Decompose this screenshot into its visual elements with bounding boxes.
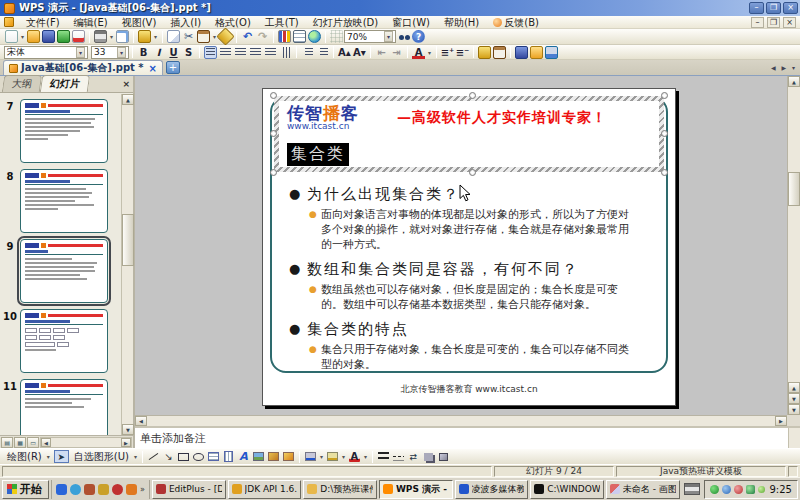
- fill-color-icon[interactable]: [304, 450, 317, 463]
- slideshow-view-icon[interactable]: ▭: [27, 437, 39, 448]
- tray-icon-red[interactable]: [734, 485, 743, 494]
- menu-feedback[interactable]: 反馈(B): [486, 16, 546, 29]
- menu-tools[interactable]: 工具(T): [258, 16, 306, 29]
- save-icon[interactable]: [42, 30, 55, 43]
- scroll-thumb[interactable]: [122, 214, 134, 266]
- task-button-lingbo[interactable]: 凌波多媒体教学...: [455, 480, 529, 499]
- canvas-vscrollbar[interactable]: ▲ ▲ ▼ ▼: [787, 76, 800, 415]
- resize-handle[interactable]: [270, 169, 277, 176]
- format-painter-icon[interactable]: [138, 30, 151, 43]
- slide-title-selected[interactable]: 集合类: [287, 143, 349, 166]
- align-left-button[interactable]: [204, 46, 217, 59]
- slide[interactable]: 传智播客 www.itcast.cn —高级软件人才实作培训专家！ 集合类: [262, 88, 676, 406]
- task-button-folder[interactable]: D:\预热班课件\J...: [303, 480, 377, 499]
- resize-handle[interactable]: [469, 92, 476, 99]
- tab-outline[interactable]: 大纲: [2, 75, 42, 92]
- text-shadow-button[interactable]: S: [182, 46, 195, 59]
- slide-thumbnail[interactable]: [20, 309, 108, 373]
- print-dropdown-icon[interactable]: ▾: [108, 30, 115, 43]
- resize-handle[interactable]: [469, 169, 476, 176]
- scroll-left-icon[interactable]: ◀: [135, 416, 147, 426]
- align-center-button[interactable]: [219, 46, 232, 59]
- task-button-editplus[interactable]: EditPlus - [D:\jav...: [152, 480, 226, 499]
- decrease-font-icon[interactable]: A▾: [353, 46, 366, 59]
- print-preview-icon[interactable]: [116, 30, 129, 43]
- line-spacing-increase-icon[interactable]: ≡⁺: [441, 46, 454, 59]
- task-button-paint[interactable]: 未命名 - 画图: [606, 480, 680, 499]
- text-direction-icon[interactable]: [279, 46, 292, 59]
- paste-icon[interactable]: [197, 30, 210, 43]
- scroll-up-icon[interactable]: ▲: [788, 76, 800, 87]
- notes-scrollbar[interactable]: [788, 428, 800, 448]
- help-icon[interactable]: ?: [412, 30, 425, 43]
- background-fill-icon[interactable]: [545, 46, 558, 59]
- threed-style-icon[interactable]: [437, 450, 450, 463]
- slide-thumbnail-selected[interactable]: [20, 239, 108, 303]
- sidebar-hscrollbar[interactable]: ◀▶: [40, 437, 132, 448]
- slide-template-icon[interactable]: [530, 46, 543, 59]
- redo-icon[interactable]: ↷: [256, 30, 269, 43]
- new-tab-button[interactable]: +: [166, 61, 180, 74]
- select-arrow-button[interactable]: ➤: [54, 450, 69, 463]
- slide-layout-icon[interactable]: [515, 46, 528, 59]
- new-document-icon[interactable]: [5, 30, 18, 43]
- decrease-indent-icon[interactable]: ⇤: [375, 46, 388, 59]
- underline-button[interactable]: U: [167, 46, 180, 59]
- align-right-button[interactable]: [234, 46, 247, 59]
- scroll-down-icon[interactable]: ▼: [122, 424, 134, 435]
- quicklaunch-icon[interactable]: [84, 484, 95, 495]
- scroll-thumb[interactable]: [788, 172, 800, 206]
- panel-close-icon[interactable]: ×: [122, 79, 130, 89]
- insert-table-icon[interactable]: [293, 30, 306, 43]
- quicklaunch-icon[interactable]: [56, 484, 67, 495]
- notes-pane[interactable]: 单击添加备注: [135, 426, 800, 448]
- line-spacing-decrease-icon[interactable]: ≡⁻: [456, 46, 469, 59]
- bold-button[interactable]: B: [137, 46, 150, 59]
- menu-window[interactable]: 窗口(W): [385, 16, 437, 29]
- resize-handle[interactable]: [661, 92, 668, 99]
- normal-view-icon[interactable]: ▤: [1, 437, 13, 448]
- menu-slideshow[interactable]: 幻灯片放映(D): [306, 16, 386, 29]
- menu-help[interactable]: 帮助(H): [437, 16, 486, 29]
- menu-format[interactable]: 格式(O): [208, 16, 258, 29]
- print-icon[interactable]: [94, 30, 107, 43]
- document-tab[interactable]: Java基础[06-集合].ppt * ×: [3, 60, 163, 75]
- tray-icon-blue[interactable]: [722, 485, 731, 494]
- zoom-combobox[interactable]: 70%▾: [344, 30, 396, 43]
- printer-icon[interactable]: [684, 483, 700, 495]
- shadow-style-icon[interactable]: [422, 450, 435, 463]
- draw-menu-button[interactable]: 绘图(R): [4, 450, 45, 464]
- rectangle-tool-icon[interactable]: [177, 450, 190, 463]
- window-minimize-button[interactable]: –: [749, 2, 764, 14]
- doc-restore-button[interactable]: ❐: [767, 17, 780, 28]
- justify-button[interactable]: [249, 46, 262, 59]
- line-style-icon[interactable]: [377, 450, 390, 463]
- quicklaunch-icon[interactable]: [126, 484, 137, 495]
- tray-icon-shield[interactable]: [746, 485, 755, 494]
- new-slide-icon[interactable]: [478, 46, 491, 59]
- bullet-list-icon[interactable]: [316, 46, 329, 59]
- insert-media-icon[interactable]: [282, 450, 295, 463]
- hyperlink-icon[interactable]: [308, 30, 321, 43]
- wordart-icon[interactable]: A: [237, 450, 250, 463]
- slide-header-textbox[interactable]: 传智播客 www.itcast.cn —高级软件人才实作培训专家！ 集合类: [274, 96, 664, 172]
- task-button-jdk-api[interactable]: JDK API 1.6.0 中...: [228, 480, 302, 499]
- previous-slide-icon[interactable]: ▲: [788, 382, 800, 393]
- sidebar-scrollbar[interactable]: ▲ ▼: [121, 94, 133, 435]
- resize-handle[interactable]: [270, 130, 277, 137]
- quicklaunch-icon[interactable]: [98, 484, 109, 495]
- menu-insert[interactable]: 插入(I): [163, 16, 208, 29]
- slide-thumbnail[interactable]: [20, 99, 108, 163]
- cut-icon[interactable]: ✂: [182, 30, 195, 43]
- clear-format-icon[interactable]: [216, 27, 234, 45]
- line-tool-icon[interactable]: [147, 450, 160, 463]
- increase-indent-icon[interactable]: ⇥: [390, 46, 403, 59]
- tab-slides[interactable]: 幻灯片: [40, 75, 90, 92]
- insert-chart-icon[interactable]: [278, 30, 291, 43]
- tab-scroll-controls[interactable]: ◀ ▶ ▾: [771, 64, 800, 71]
- undo-icon[interactable]: ↶: [241, 30, 254, 43]
- distribute-button[interactable]: [264, 46, 277, 59]
- task-button-wps[interactable]: WPS 演示 - [Jav...: [379, 480, 453, 499]
- resize-handle[interactable]: [270, 92, 277, 99]
- slide-thumbnail[interactable]: [20, 169, 108, 233]
